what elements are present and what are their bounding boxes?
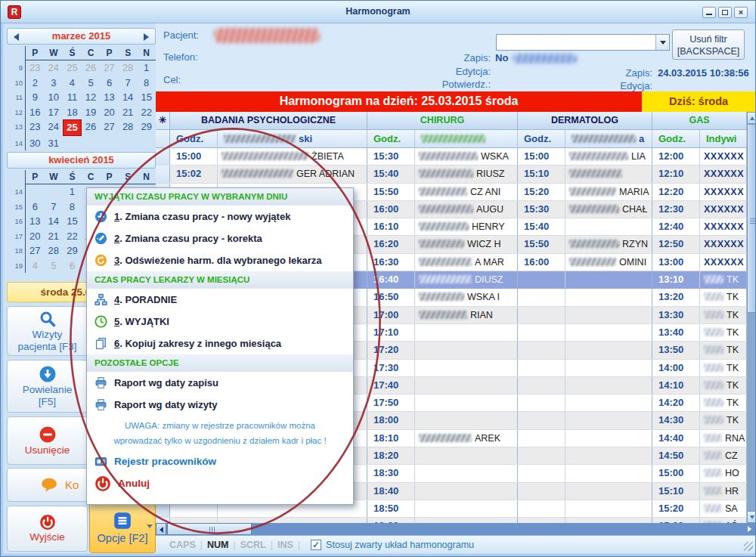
calendar-day[interactable]: 3 (45, 76, 64, 91)
appointment-time-cell[interactable]: 18:30 (367, 465, 415, 481)
appointment-name-cell[interactable] (565, 518, 652, 523)
chevron-down-icon[interactable] (147, 525, 153, 528)
calendar-day[interactable]: 12 (82, 90, 101, 105)
combo-dropdown-icon[interactable] (655, 35, 669, 50)
appointment-time-cell[interactable] (518, 324, 565, 341)
appointment-name-cell[interactable]: ŻBIETA (218, 148, 367, 165)
appointment-time-cell[interactable]: 15:40 (518, 218, 565, 235)
appointment-time-cell[interactable]: 15:02 (170, 166, 218, 182)
appointment-time-cell[interactable]: 14:10 (652, 377, 700, 394)
compact-layout-checkbox[interactable]: ✓ (311, 540, 321, 550)
appointment-name-cell[interactable] (415, 412, 518, 429)
appointment-time-cell[interactable]: 13:10 (652, 271, 700, 288)
title-bar[interactable]: R Harmonogram × (1, 1, 755, 23)
calendar-day[interactable]: 26 (82, 60, 101, 76)
appointment-time-cell[interactable] (518, 271, 565, 288)
appointment-name-cell[interactable]: TK (700, 360, 747, 376)
wyjscie-button[interactable]: Wyjście (7, 506, 88, 552)
appointment-time-cell[interactable]: 17:20 (367, 342, 415, 358)
godz-column-header[interactable]: Godz. (652, 130, 700, 147)
appointment-time-cell[interactable] (518, 342, 565, 358)
minimize-button[interactable] (702, 7, 716, 18)
calendar-day[interactable]: 16 (26, 105, 45, 120)
appointment-name-cell[interactable] (565, 271, 652, 288)
appointment-time-cell[interactable] (518, 465, 565, 481)
appointment-time-cell[interactable]: 17:50 (367, 395, 415, 411)
calendar-day[interactable]: 8 (137, 76, 156, 91)
appointment-name-cell[interactable] (415, 465, 518, 481)
calendar-day[interactable]: 20 (26, 229, 45, 244)
appointment-time-cell[interactable] (518, 447, 565, 464)
calendar-day[interactable]: 7 (45, 200, 64, 215)
appointment-time-cell[interactable] (518, 430, 565, 447)
calendar-day[interactable]: 23 (26, 60, 45, 76)
menu-item-0-1[interactable]: 2. Zmiana czasu pracy - korekta (87, 227, 353, 249)
menu-item-1-1[interactable]: 5. WYJĄTKI (87, 311, 353, 333)
appointment-time-cell[interactable]: 15:10 (518, 166, 565, 182)
appointment-time-cell[interactable]: 15:50 (518, 236, 565, 252)
appointment-name-cell[interactable]: TK (700, 412, 747, 429)
appointment-name-cell[interactable] (415, 324, 518, 341)
calendar-day[interactable]: 2 (26, 76, 45, 91)
appointment-name-cell[interactable]: XXXXXX (700, 218, 747, 235)
horizontal-scrollbar-thumb[interactable] (167, 523, 252, 535)
menu-item-0-2[interactable]: 3. Odświeżenie harm. dla wybranego lekar… (87, 249, 353, 271)
doctor-column-header[interactable]: a (565, 130, 652, 147)
appointment-time-cell[interactable]: 16:00 (518, 254, 565, 271)
appointment-time-cell[interactable]: 12:30 (652, 201, 700, 218)
calendar-day[interactable]: 28 (119, 119, 138, 136)
appointment-name-cell[interactable]: XXXXXX (700, 166, 747, 182)
calendar-day[interactable]: 30 (26, 136, 45, 151)
menu-item-1-2[interactable]: 6. Kopiuj zakresy z innego miesiąca (87, 333, 353, 354)
calendar-day[interactable]: 13 (26, 214, 45, 229)
appointment-name-cell[interactable] (565, 500, 652, 517)
appointment-name-cell[interactable] (565, 218, 652, 235)
calendar-day[interactable]: 29 (63, 243, 82, 258)
calendar-day[interactable]: 6 (100, 76, 119, 91)
resize-grip[interactable] (744, 542, 753, 551)
appointment-name-cell[interactable] (415, 395, 518, 411)
appointment-time-cell[interactable]: 13:20 (652, 289, 700, 305)
appointment-name-cell[interactable]: WSKA (415, 148, 518, 165)
calendar-day[interactable]: 13 (100, 90, 119, 105)
appointment-time-cell[interactable]: 12:10 (652, 166, 700, 182)
appointment-name-cell[interactable] (565, 430, 652, 447)
menu-item-1-0[interactable]: 4. PORADNIE (87, 289, 353, 311)
calendar-day[interactable]: 1 (137, 60, 156, 76)
appointment-name-cell[interactable]: MARIA (565, 184, 652, 200)
appointment-time-cell[interactable]: 15:20 (518, 184, 565, 200)
doctor-column-header[interactable]: ski (218, 130, 367, 147)
appointment-name-cell[interactable] (415, 360, 518, 376)
appointment-name-cell[interactable]: TK (700, 377, 747, 394)
appointment-time-cell[interactable] (518, 500, 565, 517)
menu-item-2-4[interactable]: Anuluj (87, 472, 353, 494)
appointment-name-cell[interactable]: A MAR (415, 254, 518, 271)
appointment-name-cell[interactable]: DIUSZ (415, 271, 518, 288)
calendar-day[interactable]: 8 (63, 200, 82, 215)
appointment-time-cell[interactable] (518, 395, 565, 411)
appointment-time-cell[interactable]: 15:00 (652, 465, 700, 481)
appointment-time-cell[interactable]: 12:00 (652, 148, 700, 165)
calendar-day[interactable]: 5 (45, 258, 64, 274)
appointment-name-cell[interactable]: SA (700, 500, 747, 517)
appointment-name-cell[interactable]: XXXXXX (700, 201, 747, 218)
appointment-time-cell[interactable]: 15:40 (367, 166, 415, 182)
appointment-time-cell[interactable]: 12:20 (652, 184, 700, 200)
calendar-day[interactable]: 27 (26, 243, 45, 258)
appointment-name-cell[interactable] (565, 307, 652, 323)
next-month-icon[interactable] (144, 33, 149, 41)
appointment-name-cell[interactable] (565, 166, 652, 182)
calendar-day[interactable]: 21 (119, 105, 138, 120)
calendar-day[interactable]: 1 (63, 184, 82, 200)
calendar-day[interactable]: 25 (63, 119, 82, 136)
calendar-day[interactable]: 18 (63, 105, 82, 120)
appointment-time-cell[interactable] (518, 289, 565, 305)
appointment-time-cell[interactable]: 17:00 (367, 307, 415, 323)
appointment-time-cell[interactable] (518, 518, 565, 523)
appointment-name-cell[interactable]: LIA (565, 148, 652, 165)
scroll-up-icon[interactable] (747, 112, 756, 124)
calendar-day[interactable]: 20 (100, 105, 119, 120)
appointment-time-cell[interactable]: 16:50 (367, 289, 415, 305)
appointment-name-cell[interactable]: XXXXXX (700, 184, 747, 200)
appointment-time-cell[interactable]: 14:50 (652, 447, 700, 464)
